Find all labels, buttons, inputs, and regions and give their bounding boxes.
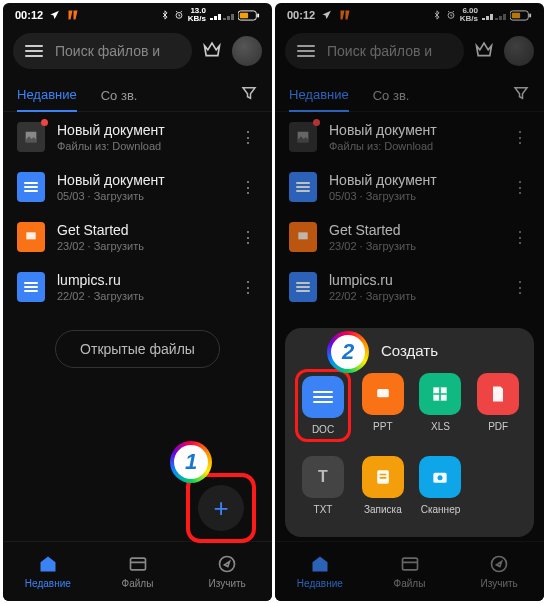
tab-recent[interactable]: Недавние <box>289 79 349 112</box>
status-bar: 00:12 13.0 KB/s <box>3 3 272 27</box>
txt-icon: T <box>302 456 344 498</box>
file-row[interactable]: Новый документ 05/03 · Загрузить ⋮ <box>275 162 544 212</box>
nav-explore[interactable]: Изучить <box>182 542 272 601</box>
menu-icon[interactable] <box>297 45 315 57</box>
create-note[interactable]: Записка <box>357 452 409 519</box>
nav-label: Изучить <box>481 578 518 589</box>
file-row[interactable]: Get Started 23/02 · Загрузить ⋮ <box>3 212 272 262</box>
opt-label: DOC <box>312 424 334 435</box>
more-icon[interactable]: ⋮ <box>510 224 530 251</box>
signal-icon <box>210 10 234 20</box>
file-name: Get Started <box>57 222 226 238</box>
search-box[interactable]: Поиск файлов и <box>13 33 192 69</box>
more-icon[interactable]: ⋮ <box>238 274 258 301</box>
camera-icon <box>419 456 461 498</box>
nav-label: Изучить <box>209 578 246 589</box>
file-sub: Файлы из: Download <box>57 140 226 152</box>
file-row[interactable]: Новый документ 05/03 · Загрузить ⋮ <box>3 162 272 212</box>
opt-label: PDF <box>488 421 508 432</box>
data-rate: 13.0 KB/s <box>188 7 206 23</box>
nav-label: Файлы <box>122 578 154 589</box>
svg-rect-10 <box>529 13 531 17</box>
doc-icon <box>302 376 344 418</box>
nav-recent[interactable]: Недавние <box>275 542 365 601</box>
more-icon[interactable]: ⋮ <box>510 124 530 151</box>
open-files-button[interactable]: Открытые файлы <box>55 330 220 368</box>
nav-files[interactable]: Файлы <box>365 542 455 601</box>
file-row[interactable]: Новый документ Файлы из: Download ⋮ <box>3 112 272 162</box>
search-box[interactable]: Поиск файлов и <box>285 33 464 69</box>
pdf-icon <box>477 373 519 415</box>
nav-label: Файлы <box>394 578 426 589</box>
nav-label: Недавние <box>297 578 343 589</box>
file-row[interactable]: Get Started 23/02 · Загрузить ⋮ <box>275 212 544 262</box>
phone-screen-1: 00:12 13.0 KB/s <box>3 3 272 601</box>
status-time: 00:12 <box>287 9 315 21</box>
premium-icon[interactable] <box>474 40 494 62</box>
filter-icon[interactable] <box>240 84 258 106</box>
battery-icon <box>510 10 532 21</box>
opt-label: XLS <box>431 421 450 432</box>
more-icon[interactable]: ⋮ <box>510 274 530 301</box>
sheet-title: Создать <box>295 342 524 359</box>
svg-rect-2 <box>240 12 248 18</box>
nav-recent[interactable]: Недавние <box>3 542 93 601</box>
notification-dot <box>41 119 48 126</box>
tab-recent[interactable]: Недавние <box>17 79 77 112</box>
more-icon[interactable]: ⋮ <box>238 124 258 151</box>
more-icon[interactable]: ⋮ <box>510 174 530 201</box>
file-sub: 22/02 · Загрузить <box>57 290 226 302</box>
status-time: 00:12 <box>15 9 43 21</box>
search-row: Поиск файлов и <box>3 27 272 75</box>
file-name: Новый документ <box>329 172 498 188</box>
premium-icon[interactable] <box>202 40 222 62</box>
telegram-icon <box>321 9 333 21</box>
file-row[interactable]: lumpics.ru 22/02 · Загрузить ⋮ <box>275 262 544 312</box>
more-icon[interactable]: ⋮ <box>238 224 258 251</box>
opt-label: TXT <box>314 504 333 515</box>
create-txt[interactable]: T TXT <box>295 452 351 519</box>
opt-label: PPT <box>373 421 392 432</box>
notification-dot <box>313 119 320 126</box>
file-name: Новый документ <box>329 122 498 138</box>
avatar[interactable] <box>232 36 262 66</box>
telegram-icon <box>49 9 61 21</box>
create-doc[interactable]: DOC <box>295 369 351 442</box>
create-ppt[interactable]: PPT <box>357 369 409 442</box>
file-name: Новый документ <box>57 172 226 188</box>
search-placeholder: Поиск файлов и <box>327 43 432 59</box>
avatar[interactable] <box>504 36 534 66</box>
filter-icon[interactable] <box>512 84 530 106</box>
file-doc-icon <box>17 272 45 302</box>
bottom-nav: Недавние Файлы Изучить <box>3 541 272 601</box>
create-scan[interactable]: Сканнер <box>415 452 467 519</box>
create-xls[interactable]: XLS <box>415 369 467 442</box>
file-sub: 05/03 · Загрузить <box>57 190 226 202</box>
status-bar: 00:12 6.00 KB/s <box>275 3 544 27</box>
opt-label: Сканнер <box>421 504 461 515</box>
alarm-icon <box>174 10 184 20</box>
file-name: Get Started <box>329 222 498 238</box>
file-doc-icon <box>289 272 317 302</box>
bluetooth-icon <box>432 10 442 20</box>
file-image-icon <box>289 122 317 152</box>
create-sheet: Создать DOC PPT XLS <box>285 328 534 537</box>
nav-explore[interactable]: Изучить <box>454 542 544 601</box>
signal-icon <box>482 10 506 20</box>
file-row[interactable]: lumpics.ru 22/02 · Загрузить ⋮ <box>3 262 272 312</box>
file-name: Новый документ <box>57 122 226 138</box>
xls-icon <box>419 373 461 415</box>
search-row: Поиск файлов и <box>275 27 544 75</box>
nav-files[interactable]: Файлы <box>93 542 183 601</box>
svg-rect-4 <box>26 232 35 239</box>
file-sub: 23/02 · Загрузить <box>57 240 226 252</box>
more-icon[interactable]: ⋮ <box>238 174 258 201</box>
tab-starred[interactable]: Со зв. <box>101 80 138 111</box>
ppt-icon <box>362 373 404 415</box>
tab-starred[interactable]: Со зв. <box>373 80 410 111</box>
menu-icon[interactable] <box>25 45 43 57</box>
file-doc-icon <box>289 172 317 202</box>
file-row[interactable]: Новый документ Файлы из: Download ⋮ <box>275 112 544 162</box>
callout-highlight <box>186 473 256 543</box>
create-pdf[interactable]: PDF <box>472 369 524 442</box>
